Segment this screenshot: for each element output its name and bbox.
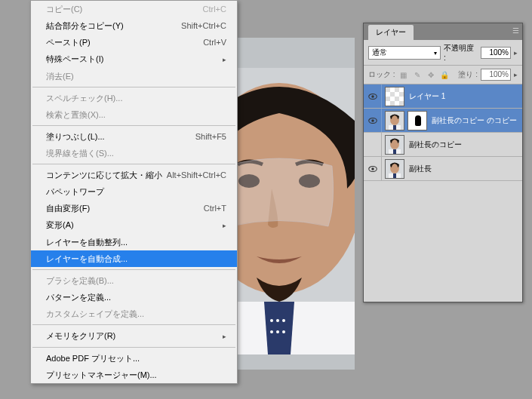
canvas-area[interactable] [234, 38, 355, 370]
menu-separator [32, 347, 235, 348]
menu-item[interactable]: レイヤーを自動整列... [31, 234, 237, 250]
menu-item[interactable]: コンテンツに応じて拡大・縮小Alt+Shift+Ctrl+C [31, 167, 237, 183]
menu-item-shortcut: Shift+Ctrl+C [181, 20, 226, 31]
eye-icon [367, 91, 378, 102]
fill-stepper-icon[interactable]: ▸ [514, 71, 518, 78]
layer-thumbnail[interactable] [385, 111, 404, 130]
svg-rect-18 [386, 97, 390, 101]
svg-rect-16 [390, 92, 395, 97]
menu-item[interactable]: 特殊ペースト(I) [31, 51, 237, 68]
lock-all-icon[interactable]: 🔒 [439, 69, 450, 80]
menu-item: コピー(C)Ctrl+C [31, 1, 237, 17]
svg-rect-27 [393, 125, 396, 130]
menu-separator [32, 164, 235, 164]
svg-rect-19 [395, 97, 399, 101]
menu-item-label: プリセットマネージャー(M)... [46, 370, 157, 380]
menu-item[interactable]: パペットワープ [31, 183, 237, 200]
menu-item-label: ペースト(P) [46, 37, 91, 48]
menu-item-label: パペットワープ [46, 186, 104, 197]
layer-visibility-toggle[interactable] [364, 133, 382, 156]
svg-point-8 [270, 330, 273, 333]
svg-point-23 [371, 119, 374, 122]
menu-item-label: 自由変形(F) [46, 203, 90, 213]
layer-name-label[interactable]: レイヤー 1 [407, 91, 445, 102]
lock-icons: ▦ ✎ ✥ 🔒 [398, 69, 450, 80]
svg-point-6 [276, 319, 279, 322]
svg-rect-14 [386, 87, 390, 92]
chevron-down-icon [434, 48, 437, 57]
layer-visibility-toggle[interactable] [364, 157, 382, 180]
eye-icon [367, 115, 378, 126]
panel-empty-area[interactable] [364, 181, 522, 302]
menu-item[interactable]: プリセットマネージャー(M)... [31, 367, 237, 383]
menu-item-label: 塗りつぶし(L)... [46, 131, 105, 142]
opacity-input[interactable]: 100% [481, 47, 511, 59]
document-image [234, 68, 355, 354]
menu-item-label: Adobe PDF プリセット... [46, 353, 140, 364]
layer-visibility-toggle[interactable] [364, 109, 382, 132]
eye-icon [367, 164, 378, 174]
menu-item: 境界線を描く(S)... [31, 145, 237, 161]
edit-context-menu: コピー(C)Ctrl+C結合部分をコピー(Y)Shift+Ctrl+Cペースト(… [30, 0, 238, 384]
menu-item[interactable]: レイヤーを自動合成... [31, 250, 237, 267]
svg-rect-21 [399, 101, 404, 106]
opacity-label: 不透明度 : [444, 43, 478, 62]
menu-item-label: カスタムシェイプを定義... [46, 308, 144, 319]
layer-row[interactable]: 副社長のコピー のコピー [364, 109, 522, 133]
svg-rect-4 [234, 302, 355, 354]
submenu-arrow-icon [223, 219, 226, 231]
svg-point-10 [282, 330, 285, 333]
menu-item: 消去(E) [31, 68, 237, 84]
lock-position-icon[interactable]: ✥ [426, 69, 436, 80]
panel-menu-button[interactable]: ☰ [510, 26, 521, 37]
layer-thumbnail[interactable] [385, 87, 404, 106]
menu-item[interactable]: Adobe PDF プリセット... [31, 350, 237, 367]
fill-input[interactable]: 100% [481, 69, 511, 81]
layer-row[interactable]: レイヤー 1 [364, 84, 522, 109]
menu-item-label: 消去(E) [46, 71, 74, 81]
menu-item[interactable]: 結合部分をコピー(Y)Shift+Ctrl+C [31, 17, 237, 34]
menu-item-label: レイヤーを自動合成... [46, 253, 128, 264]
layer-name-label[interactable]: 副社長のコピー [407, 140, 462, 150]
layers-tab[interactable]: レイヤー [368, 25, 414, 40]
menu-item[interactable]: 変形(A) [31, 216, 237, 234]
menu-item-label: 変形(A) [46, 219, 74, 231]
layers-panel: ☰ レイヤー 通常 不透明度 : 100% ▸ ロック : ▦ ✎ ✥ 🔒 塗り… [363, 23, 523, 302]
menu-item[interactable]: 塗りつぶし(L)...Shift+F5 [31, 128, 237, 145]
menu-item-label: レイヤーを自動整列... [46, 237, 128, 247]
menu-item[interactable]: パターンを定義... [31, 289, 237, 305]
submenu-arrow-icon [223, 330, 226, 342]
menu-separator [32, 125, 235, 126]
layer-name-label[interactable]: 副社長 [407, 164, 432, 174]
opacity-stepper-icon[interactable]: ▸ [514, 49, 518, 57]
menu-item-label: 結合部分をコピー(Y) [46, 20, 124, 31]
menu-separator [32, 269, 235, 270]
svg-point-33 [371, 167, 374, 170]
layer-name-label[interactable]: 副社長のコピー のコピー [430, 115, 517, 126]
menu-item[interactable]: 自由変形(F)Ctrl+T [31, 200, 237, 216]
layer-thumbnail[interactable] [385, 159, 404, 179]
svg-rect-15 [395, 87, 399, 92]
menu-item-label: コンテンツに応じて拡大・縮小 [46, 170, 162, 180]
svg-rect-37 [393, 173, 396, 178]
menu-item-label: パターンを定義... [46, 292, 111, 302]
lock-transparency-icon[interactable]: ▦ [398, 69, 409, 80]
menu-item[interactable]: ペースト(P)Ctrl+V [31, 34, 237, 51]
menu-separator [32, 87, 235, 87]
lock-pixels-icon[interactable]: ✎ [412, 69, 423, 80]
layer-mask-thumbnail[interactable] [407, 111, 427, 130]
layer-thumbnail[interactable] [385, 135, 404, 155]
blend-mode-select[interactable]: 通常 [368, 46, 441, 60]
layer-row[interactable]: 副社長のコピー [364, 133, 522, 157]
menu-item[interactable]: メモリをクリア(R) [31, 327, 237, 345]
menu-item-shortcut: Alt+Shift+Ctrl+C [167, 170, 226, 180]
lock-label: ロック : [368, 69, 395, 80]
svg-rect-17 [399, 92, 404, 97]
menu-item-label: ブラシを定義(B)... [46, 275, 114, 286]
menu-item: スペルチェック(H)... [31, 90, 237, 106]
menu-item-label: 境界線を描く(S)... [46, 148, 114, 158]
menu-item: ブラシを定義(B)... [31, 272, 237, 289]
menu-item-shortcut: Ctrl+T [204, 203, 226, 213]
layer-visibility-toggle[interactable] [364, 84, 382, 108]
layer-row[interactable]: 副社長 [364, 157, 522, 181]
